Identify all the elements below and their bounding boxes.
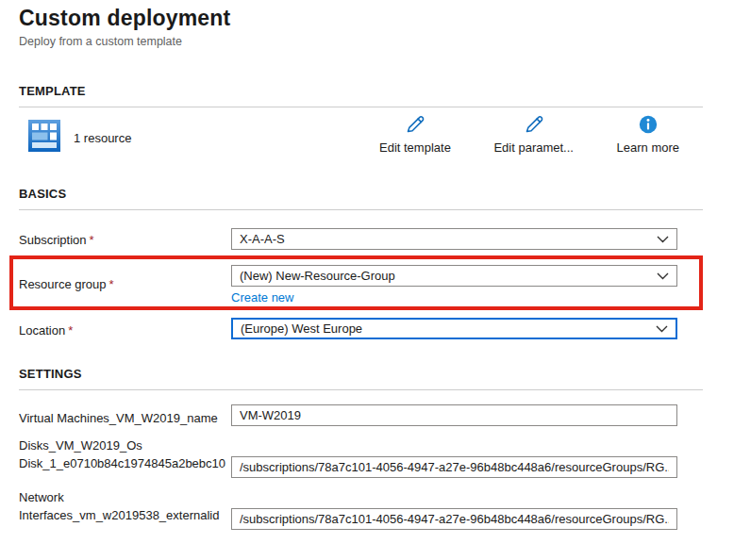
subscription-dropdown[interactable]: X-A-A-S: [231, 228, 677, 250]
os-disk-label: Disks_VM_W2019_Os Disk_1_e0710b84c197484…: [19, 436, 228, 473]
template-resource-count: 1 resource: [74, 131, 131, 145]
edit-template-label: Edit template: [379, 140, 451, 155]
required-asterisk: *: [109, 277, 114, 291]
location-value: (Europe) West Europe: [241, 321, 648, 336]
chevron-down-icon: [657, 236, 669, 243]
vm-name-value: VM-W2019: [240, 408, 669, 422]
resource-group-dropdown[interactable]: (New) New-Resource-Group: [231, 265, 677, 287]
pencil-icon: [523, 112, 545, 137]
os-disk-input[interactable]: /subscriptions/78a7c101-4056-4947-a27e-9…: [231, 456, 677, 478]
edit-parameters-button[interactable]: Edit paramet...: [493, 112, 574, 155]
page-subtitle: Deploy from a custom template: [19, 35, 182, 48]
page-title: Custom deployment: [19, 6, 230, 31]
edit-parameters-label: Edit paramet...: [493, 140, 574, 155]
network-interface-input[interactable]: /subscriptions/78a7c101-4056-4947-a27e-9…: [231, 508, 677, 530]
vm-name-label: Virtual Machines_VM_W2019_name: [19, 409, 228, 427]
custom-deployment-page: Custom deployment Deploy from a custom t…: [0, 0, 734, 560]
resource-group-label: Resource group*: [19, 275, 228, 293]
learn-more-label: Learn more: [617, 140, 679, 155]
chevron-down-icon: [657, 272, 669, 280]
pencil-icon: [404, 112, 426, 137]
settings-section-heading: SETTINGS: [19, 367, 703, 390]
edit-template-button[interactable]: Edit template: [379, 112, 451, 155]
template-actions: Edit template Edit paramet... Learn more: [379, 112, 679, 155]
resource-group-value: (New) New-Resource-Group: [240, 269, 649, 283]
info-icon: [638, 112, 659, 137]
learn-more-button[interactable]: Learn more: [617, 112, 679, 155]
basics-section-heading: BASICS: [19, 187, 703, 210]
create-new-link[interactable]: Create new: [231, 290, 293, 305]
chevron-down-icon: [656, 325, 668, 333]
vm-name-input[interactable]: VM-W2019: [231, 404, 677, 426]
location-label: Location*: [19, 321, 228, 339]
network-interface-value: /subscriptions/78a7c101-4056-4947-a27e-9…: [240, 512, 669, 526]
subscription-value: X-A-A-S: [240, 232, 649, 246]
location-dropdown[interactable]: (Europe) West Europe: [231, 318, 677, 339]
network-interface-label: Network Interfaces_vm_w2019538_externali…: [19, 488, 228, 525]
subscription-label: Subscription*: [19, 231, 228, 249]
template-section-heading: TEMPLATE: [19, 84, 703, 107]
os-disk-value: /subscriptions/78a7c101-4056-4947-a27e-9…: [240, 460, 669, 474]
required-asterisk: *: [90, 233, 94, 247]
required-asterisk: *: [68, 323, 73, 338]
template-icon: [28, 120, 60, 152]
